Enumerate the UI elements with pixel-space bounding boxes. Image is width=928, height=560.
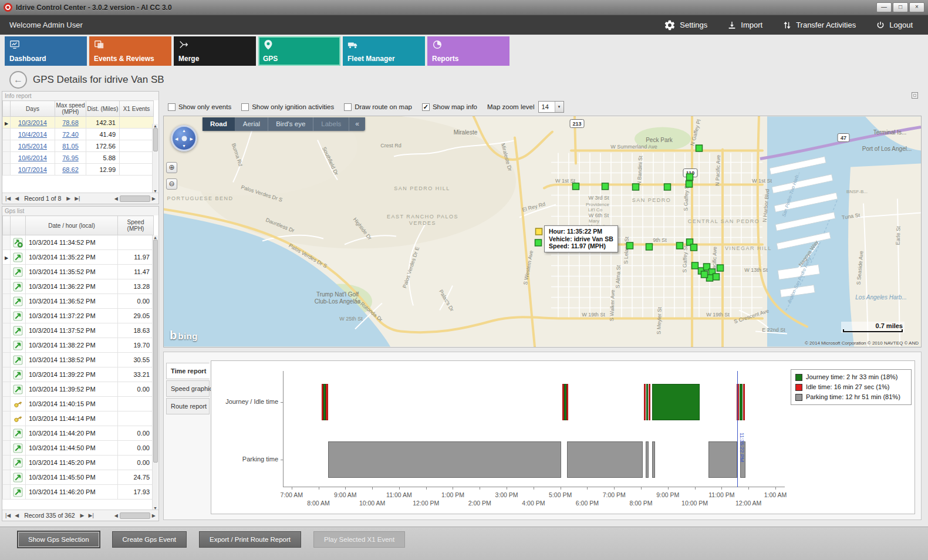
scroll-right-button[interactable]: ▶ — [151, 196, 157, 201]
col-dist[interactable]: Dist. (Miles) — [86, 101, 120, 117]
gps-list-row[interactable]: 10/3/2014 11:37:22 PM 29.05 — [3, 309, 154, 323]
transfer-activities-button[interactable]: Transfer Activities — [782, 21, 856, 30]
col-days[interactable]: Days — [11, 101, 55, 117]
bottom-button-create-gps-event[interactable]: Create Gps Event — [112, 531, 187, 548]
report-tab-speed-graphic[interactable]: Speed graphic — [166, 380, 210, 397]
horizontal-scrollbar[interactable]: ◀ ▶ — [113, 195, 157, 202]
gps-list-row[interactable]: 10/3/2014 11:36:22 PM 13.28 — [3, 279, 154, 294]
day-link[interactable]: 10/6/2014 — [18, 154, 47, 161]
scroll-thumb[interactable] — [153, 239, 158, 463]
max-speed-link[interactable]: 68.62 — [62, 166, 79, 173]
col-max-speed[interactable]: Max speed (MPH) — [55, 101, 86, 117]
maximize-button[interactable]: □ — [893, 2, 908, 12]
bottom-button-show-gps-selection[interactable]: Show Gps Selection — [18, 531, 100, 548]
col-speed[interactable]: Speed (MPH) — [118, 216, 154, 235]
compass-center[interactable] — [181, 136, 187, 141]
max-speed-link[interactable]: 81.05 — [62, 143, 79, 150]
collapse-splitter-button[interactable] — [912, 92, 918, 99]
col-datetime[interactable]: Date / hour (local) — [26, 216, 118, 235]
info-report-row[interactable]: 10/7/2014 68.62 12.99 — [3, 164, 154, 176]
vehicle-position-marker[interactable] — [664, 184, 671, 190]
vehicle-position-marker[interactable] — [717, 265, 724, 271]
gps-list-row[interactable]: 10/3/2014 11:36:52 PM 0.00 — [3, 294, 154, 309]
vehicle-position-marker[interactable] — [691, 244, 697, 251]
vehicle-position-marker[interactable] — [701, 271, 708, 278]
timeline-plot[interactable]: 7:00 AM8:00 AM9:00 AM10:00 AM11:00 AM12:… — [283, 371, 785, 487]
vehicle-position-marker[interactable] — [646, 244, 653, 250]
gps-list-row[interactable]: 10/3/2014 11:44:14 PM — [3, 411, 154, 426]
checkbox-show-only-ignition-activities[interactable]: Show only ignition activities — [241, 103, 334, 111]
selected-position-marker[interactable] — [536, 228, 542, 235]
time-cursor[interactable] — [737, 371, 738, 487]
gps-list-row[interactable]: 10/3/2014 11:37:52 PM 18.63 — [3, 323, 154, 338]
module-tab-fleet-manager[interactable]: Fleet Manager — [343, 36, 425, 66]
checkbox-box[interactable] — [344, 103, 352, 111]
vehicle-position-marker[interactable] — [687, 174, 693, 180]
map-style-tab-aerial[interactable]: Aerial — [235, 117, 268, 131]
horizontal-scrollbar[interactable]: ◀ ▶ — [113, 512, 157, 519]
max-speed-link[interactable]: 76.95 — [62, 154, 79, 161]
gps-list-row[interactable]: 10/3/2014 11:35:22 PM 11.97 — [3, 250, 154, 265]
scroll-up-button[interactable]: ▲ — [152, 124, 158, 128]
checkbox-draw-route-on-map[interactable]: Draw route on map — [344, 103, 412, 111]
info-report-row[interactable]: 10/3/2014 78.68 142.31 — [3, 117, 154, 129]
checkbox-box[interactable] — [168, 103, 176, 111]
pan-south-icon[interactable]: ▼ — [182, 144, 186, 148]
module-tab-dashboard[interactable]: Dashboard — [5, 36, 87, 66]
gps-list-row[interactable]: 10/3/2014 11:34:52 PM — [3, 235, 154, 250]
minimize-button[interactable]: — — [876, 2, 892, 12]
map-zoom-out-button[interactable]: ⊖ — [166, 178, 177, 190]
gps-list-row[interactable]: 10/3/2014 11:39:22 PM 33.21 — [3, 367, 154, 382]
vehicle-position-marker[interactable] — [692, 262, 698, 269]
close-button[interactable]: × — [909, 2, 924, 12]
gps-list-row[interactable]: 10/3/2014 11:40:15 PM — [3, 397, 154, 411]
vehicle-position-marker[interactable] — [627, 242, 633, 249]
last-record-button[interactable]: ▶| — [73, 195, 81, 201]
checkbox-box[interactable] — [241, 103, 249, 111]
vehicle-position-marker[interactable] — [573, 183, 579, 190]
checkbox-show-map-info[interactable]: ✓ Show map info — [422, 103, 477, 111]
report-tab-time-report[interactable]: Time report — [166, 363, 210, 379]
logout-button[interactable]: Logout — [876, 21, 913, 30]
bottom-button-export-print-route-report[interactable]: Export / Print Route Report — [199, 531, 301, 548]
last-record-button[interactable]: ▶| — [87, 512, 95, 518]
pan-east-icon[interactable]: ▶ — [190, 136, 193, 140]
gps-list-row[interactable]: 10/3/2014 11:38:22 PM 19.70 — [3, 338, 154, 353]
module-tab-events-reviews[interactable]: Events & Reviews — [89, 36, 171, 66]
module-tab-merge[interactable]: Merge — [174, 36, 256, 66]
pan-north-icon[interactable]: ▲ — [182, 129, 186, 133]
vehicle-position-marker[interactable] — [633, 184, 639, 190]
gps-list-row[interactable]: 10/3/2014 11:39:52 PM 0.00 — [3, 382, 154, 397]
vehicle-position-marker[interactable] — [713, 274, 720, 280]
first-record-button[interactable]: |◀ — [4, 512, 12, 518]
chevron-down-icon[interactable]: ▼ — [555, 102, 563, 112]
info-report-row[interactable]: 10/6/2014 76.95 5.88 — [3, 152, 154, 164]
vehicle-position-marker[interactable] — [602, 183, 609, 190]
prev-record-button[interactable]: ◀ — [14, 195, 20, 201]
gps-list-row[interactable]: 10/3/2014 11:46:20 PM 17.93 — [3, 485, 154, 500]
vehicle-position-marker[interactable] — [535, 239, 542, 246]
vehicle-position-marker[interactable] — [696, 145, 703, 151]
import-button[interactable]: Import — [727, 21, 762, 30]
module-tab-reports[interactable]: Reports — [427, 36, 509, 66]
gps-list-row[interactable]: 10/3/2014 11:45:20 PM 0.00 — [3, 456, 154, 470]
module-tab-gps[interactable]: GPS — [258, 36, 340, 66]
next-record-button[interactable]: ▶ — [65, 195, 72, 201]
scroll-left-button[interactable]: ◀ — [113, 513, 119, 518]
map-style-tab-labels[interactable]: Labels — [313, 117, 349, 131]
map-compass-control[interactable]: ▲ ▼ ◀ ▶ — [171, 125, 197, 151]
info-report-row[interactable]: 10/5/2014 81.05 172.56 — [3, 140, 154, 152]
day-link[interactable]: 10/5/2014 — [18, 143, 47, 150]
info-vertical-scrollbar[interactable]: ▲ ▼ — [152, 124, 158, 193]
back-button[interactable]: ← — [9, 71, 27, 89]
scroll-thumb[interactable] — [120, 195, 150, 202]
vehicle-position-marker[interactable] — [677, 242, 683, 249]
first-record-button[interactable]: |◀ — [4, 195, 12, 201]
pan-west-icon[interactable]: ◀ — [175, 136, 178, 140]
bottom-button-play-selected-x1-event[interactable]: Play Selected X1 Event — [313, 531, 405, 548]
scroll-thumb[interactable] — [120, 512, 150, 519]
gps-list-row[interactable]: 10/3/2014 11:38:52 PM 30.55 — [3, 353, 154, 367]
gps-vertical-scrollbar[interactable]: ▲ ▼ — [152, 235, 158, 510]
map-zoom-level-select[interactable]: 14 ▼ — [538, 101, 564, 113]
col-x1-events[interactable]: X1 Events — [120, 101, 154, 117]
